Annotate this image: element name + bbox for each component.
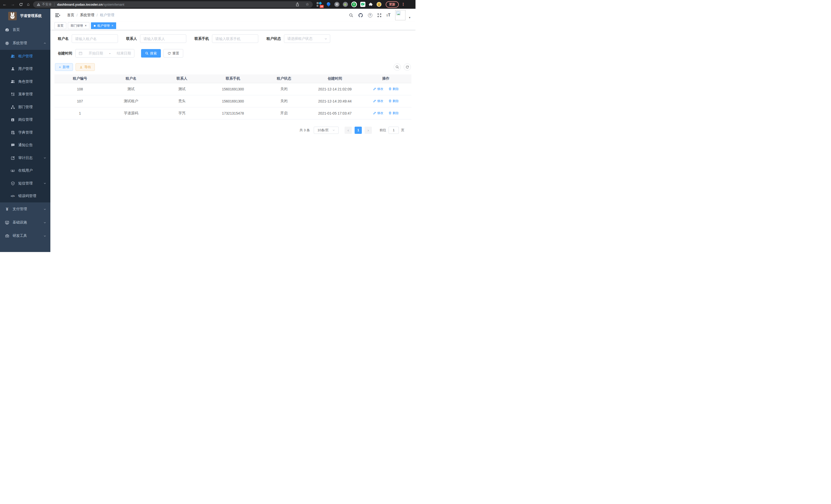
url-text[interactable]: dashboard.yudao.iocoder.cn/system/tenant — [57, 3, 124, 6]
address-bar[interactable]: 不安全 dashboard.yudao.iocoder.cn/system/te… — [33, 1, 313, 8]
field-label: 租户名 — [58, 36, 68, 41]
sidebar-item-label: 租户管理 — [18, 54, 33, 59]
date-range-picker[interactable]: 开始日期 - 结束日期 — [75, 49, 134, 58]
dot-extension-icon[interactable] — [343, 2, 348, 7]
status-select[interactable]: 请选择租户状态 — [284, 34, 330, 43]
cell-id: 107 — [55, 95, 105, 107]
browser-update-button[interactable]: 更新 — [386, 1, 399, 8]
sidebar-item-online[interactable]: 在线用户 — [0, 165, 50, 177]
search-icon[interactable] — [349, 13, 353, 18]
bookmark-star-icon[interactable]: ☆ — [306, 2, 309, 7]
dashboard-icon — [5, 28, 9, 32]
sidebar-item-label: 角色管理 — [18, 79, 33, 84]
sidebar-item-infra[interactable]: 基础设施 — [0, 216, 50, 229]
delete-button[interactable]: 删除 — [389, 111, 399, 115]
cell-actions: 修改 删除 — [361, 83, 411, 95]
sidebar-item-menu[interactable]: 菜单管理 — [0, 88, 50, 101]
sidebar-item-dict[interactable]: 字典管理 — [0, 126, 50, 139]
page-content: 租户名 联系人 联系手机 租户状态 请选择租户状态 — [50, 30, 416, 252]
browser-toolbar: ← → ⌂ 不安全 dashboard.yudao.iocoder.cn/sys… — [0, 0, 416, 9]
sidebar-item-notice[interactable]: 通知公告 — [0, 139, 50, 152]
logo-row[interactable]: 芋道管理系统 — [0, 9, 50, 23]
sidebar-item-home[interactable]: 首页 — [0, 23, 50, 36]
breadcrumb-item[interactable]: 系统管理 — [80, 13, 94, 18]
sidebar-item-devtool[interactable]: 研发工具 — [0, 229, 50, 242]
sidebar-item-role[interactable]: 角色管理 — [0, 75, 50, 88]
export-button[interactable]: 导出 — [76, 63, 95, 71]
delete-button[interactable]: 删除 — [389, 99, 399, 103]
tab-home[interactable]: 首页 — [55, 22, 66, 29]
close-icon[interactable]: × — [112, 24, 113, 27]
tenant-name-input[interactable] — [72, 34, 118, 43]
badge-icon — [10, 118, 15, 122]
y-extension-icon[interactable]: Y — [351, 2, 357, 7]
sidebar-item-errcode[interactable]: </> 错误码管理 — [0, 190, 50, 203]
command-extension-icon[interactable]: ⌘ — [334, 2, 339, 7]
edit-button[interactable]: 修改 — [373, 99, 383, 103]
next-page-button[interactable]: › — [365, 127, 372, 134]
sidebar-item-user[interactable]: 用户管理 — [0, 63, 50, 76]
fullscreen-icon[interactable] — [377, 13, 381, 18]
reset-button[interactable]: 重置 — [164, 49, 183, 58]
tenants-icon — [10, 54, 15, 58]
delete-button[interactable]: 删除 — [389, 87, 399, 91]
sidebar-item-label: 基础设施 — [12, 220, 27, 225]
goto-page-input[interactable] — [389, 127, 399, 134]
mobile-input[interactable] — [212, 34, 258, 43]
org-chart-icon — [10, 105, 15, 109]
emoji-extension-icon[interactable] — [376, 2, 381, 7]
yen-icon: ¥ — [5, 207, 9, 211]
sidebar-item-post[interactable]: 岗位管理 — [0, 114, 50, 126]
breadcrumb-item[interactable]: 首页 — [67, 13, 74, 18]
refresh-button[interactable] — [404, 63, 411, 71]
back-icon[interactable]: ← — [3, 2, 7, 6]
puzzle-extension-icon[interactable] — [369, 2, 373, 7]
github-icon[interactable] — [358, 13, 363, 18]
sidebar-item-sms[interactable]: 短信管理 — [0, 177, 50, 190]
question-glyph: ? — [369, 13, 371, 17]
forward-icon[interactable]: → — [11, 2, 15, 6]
browser-menu-icon[interactable]: ⋮ — [401, 2, 405, 7]
sidebar-item-system[interactable]: 系统管理 — [0, 36, 50, 50]
sidebar-item-dept[interactable]: 部门管理 — [0, 101, 50, 114]
add-button[interactable]: + 新增 — [55, 63, 73, 71]
tab-dept[interactable]: 部门管理 × — [68, 22, 89, 29]
sidebar-item-audit[interactable]: 审计日志 — [0, 152, 50, 165]
contact-input[interactable] — [140, 34, 186, 43]
security-status[interactable]: 不安全 — [37, 2, 52, 7]
collapse-sidebar-icon[interactable] — [55, 13, 60, 18]
balloon-extension-icon[interactable] — [326, 2, 331, 7]
sidebar-item-label: 字典管理 — [18, 130, 33, 135]
help-icon[interactable]: ? — [368, 13, 372, 18]
sidebar-item-label: 岗位管理 — [18, 117, 33, 122]
share-icon[interactable] — [295, 2, 299, 6]
divider — [54, 3, 55, 6]
sidebar-item-label: 菜单管理 — [18, 92, 33, 97]
tab-tenant[interactable]: 租户管理 × — [91, 22, 116, 29]
caret-down-icon[interactable]: ▾ — [409, 16, 410, 19]
page-1-button[interactable]: 1 — [354, 127, 362, 134]
edit-button[interactable]: 修改 — [373, 87, 383, 91]
search-toggle-button[interactable] — [394, 63, 401, 71]
audit-log-icon — [10, 156, 15, 160]
sidebar-item-label: 部门管理 — [18, 105, 33, 110]
page-size-select[interactable]: 10条/页 — [314, 127, 339, 134]
online-users-icon — [10, 169, 15, 173]
green-dot — [344, 3, 346, 6]
avatar[interactable] — [395, 10, 405, 20]
table-row: 107 测试租户 秃头 15601691300 关闭 2021-12-14 20… — [55, 95, 411, 107]
prev-page-button[interactable]: ‹ — [345, 127, 352, 134]
reload-icon[interactable] — [19, 3, 23, 6]
close-icon[interactable]: × — [85, 24, 87, 27]
sidebar-item-tenant[interactable]: 租户管理 — [0, 50, 50, 63]
sidebar-item-pay[interactable]: ¥ 支付管理 — [0, 202, 50, 216]
font-size-icon[interactable]: TT — [386, 13, 391, 17]
cell-status: 关闭 — [258, 95, 309, 107]
date-range-separator: - — [109, 51, 111, 56]
tab-label: 部门管理 — [71, 24, 83, 28]
chat-extension-icon[interactable] — [360, 2, 365, 7]
search-button[interactable]: 搜索 — [141, 49, 161, 58]
extension-badge-icon[interactable]: 10 — [317, 2, 323, 7]
home-icon[interactable]: ⌂ — [27, 2, 30, 6]
edit-button[interactable]: 修改 — [373, 111, 383, 115]
